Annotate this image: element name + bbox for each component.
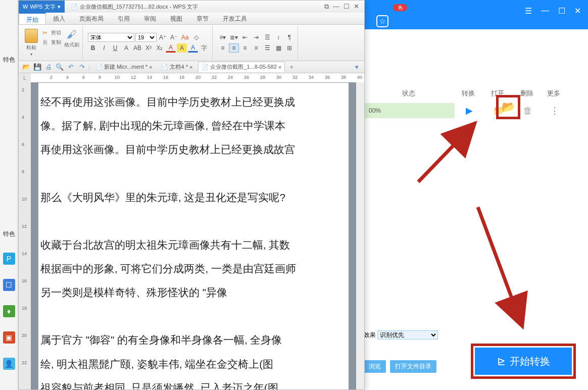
preview-button[interactable]: 浏览 xyxy=(364,360,386,373)
qa-print-icon[interactable]: 🖨 xyxy=(44,63,53,72)
left-sidebar: 特色 特色 P ☐ ♦ ▣ 👤 xyxy=(0,0,18,390)
tab-chapter[interactable]: 章节 xyxy=(189,13,216,24)
paragraph-group: ≡▾ ≣▾ ⇤ ⇥ ☰ ↕ ¶ ≡ ≡ ≡ ≡ ☰ ▦ ⊞ xyxy=(215,26,298,60)
change-case-button[interactable]: Aa xyxy=(180,33,190,42)
format-painter-button[interactable]: 🖌格式刷 xyxy=(64,29,79,57)
numbering-button[interactable]: ≣▾ xyxy=(229,33,239,42)
tab-list-icon[interactable]: ▾ xyxy=(352,63,361,72)
effect-select[interactable]: 识别优先 xyxy=(377,330,438,339)
doc-icon: 📄 xyxy=(95,64,103,70)
folder-open-icon[interactable]: 📂 xyxy=(502,101,515,114)
svg-line-0 xyxy=(418,123,475,182)
new-tab-icon[interactable]: + xyxy=(287,63,296,72)
wps-titlebar: WWPS 文字▾ 📄 企业微信截图_157732751...82.docx - … xyxy=(19,1,364,13)
indent-dec-button[interactable]: ⇤ xyxy=(240,33,250,42)
indent-inc-button[interactable]: ⇥ xyxy=(251,33,261,42)
table-header: 状态 转换 打开 删除 更多 xyxy=(364,86,588,101)
font-group: 宋体 19 A⁺ A⁻ Aa ◇ B I U A AB X² X₂ A A A … xyxy=(85,26,213,60)
strike-button[interactable]: A xyxy=(121,43,131,53)
doc-tab-active[interactable]: 📄企业微信截图_1...8-05-582× xyxy=(198,62,285,72)
bold-button[interactable]: B xyxy=(88,43,98,53)
close-tab-icon[interactable]: × xyxy=(189,64,192,70)
close-icon[interactable]: ✕ xyxy=(574,6,581,16)
ribbon-collapse-icon[interactable]: ⧉ xyxy=(324,3,329,11)
wps-close-icon[interactable]: ✕ xyxy=(354,3,359,11)
tab-insert[interactable]: 插入 xyxy=(46,13,72,24)
tab-dev[interactable]: 开发工具 xyxy=(216,13,254,24)
show-marks-button[interactable]: ¶ xyxy=(284,33,295,42)
document-area[interactable]: 经不再使用这张画像。目前中学历史教材上已经更换成像。据了解, 剧中出现的朱元璋画… xyxy=(31,82,356,389)
bullets-button[interactable]: ≡▾ xyxy=(218,33,228,42)
borders-button[interactable]: ⊞ xyxy=(284,43,295,53)
qa-undo-icon[interactable]: ↶ xyxy=(66,63,75,72)
sort-button[interactable]: ↕ xyxy=(273,33,283,42)
tab-layout[interactable]: 页面布局 xyxy=(72,13,111,24)
sidebar-app-icon-3[interactable]: ♦ xyxy=(3,305,15,317)
qa-preview-icon[interactable]: 🔍 xyxy=(55,63,64,72)
close-tab-icon[interactable]: × xyxy=(149,64,152,70)
align-right-button[interactable]: ≡ xyxy=(240,43,250,53)
ribbon: 粘贴▾ ✂剪切 ⎘复制 🖌格式刷 宋体 19 A⁺ A⁻ Aa ◇ B I U xyxy=(19,25,364,61)
align-center-button[interactable]: ≡ xyxy=(229,43,239,53)
distribute-button[interactable]: ☰ xyxy=(262,43,272,53)
shrink-font-button[interactable]: A⁻ xyxy=(169,33,179,42)
vertical-ruler[interactable]: 246810121416182022 xyxy=(19,82,31,389)
line-spacing-button[interactable]: ☰ xyxy=(262,33,272,42)
sidebar-app-icon-2[interactable]: ☐ xyxy=(3,279,15,291)
italic-button[interactable]: I xyxy=(99,43,109,53)
vertical-scrollbar[interactable] xyxy=(356,82,364,389)
phonetic-button[interactable]: 字 xyxy=(199,43,209,53)
more-icon[interactable]: ⋮ xyxy=(543,105,567,116)
font-color2-button[interactable]: A xyxy=(188,43,198,53)
font-family-select[interactable]: 宋体 xyxy=(88,33,134,42)
quick-access-bar: 📂 💾 🖨 🔍 ↶ ↷ | 📄新建 Micr...ment *× 📄文档4 *×… xyxy=(19,61,364,73)
superscript-button[interactable]: X² xyxy=(143,43,154,53)
underline-button[interactable]: U xyxy=(110,43,120,53)
svg-line-1 xyxy=(478,207,522,326)
effect-select-group: 效果 识别优先 xyxy=(364,330,438,339)
font-color-button[interactable]: A xyxy=(166,43,176,53)
clear-format-button[interactable]: ◇ xyxy=(191,33,201,42)
page-content[interactable]: 经不再使用这张画像。目前中学历史教材上已经更换成像。据了解, 剧中出现的朱元璋画… xyxy=(38,82,349,389)
play-icon[interactable]: ▶ xyxy=(455,105,484,116)
highlight-button[interactable]: AB xyxy=(132,43,142,53)
tab-start[interactable]: 开始 xyxy=(19,13,46,24)
favorite-icon[interactable]: ☆ xyxy=(376,15,388,27)
wps-maximize-icon[interactable]: ☐ xyxy=(344,3,350,11)
align-left-button[interactable]: ≡ xyxy=(218,43,228,53)
subscript-button[interactable]: X₂ xyxy=(155,43,165,53)
doc-tab-1[interactable]: 📄新建 Micr...ment *× xyxy=(92,62,156,72)
grow-font-button[interactable]: A⁺ xyxy=(158,33,168,42)
sidebar-label-1: 特色 xyxy=(3,56,15,64)
start-convert-button[interactable]: ⊵ 开始转换 xyxy=(475,348,572,375)
maximize-icon[interactable]: ☐ xyxy=(558,6,565,16)
wps-window: WWPS 文字▾ 📄 企业微信截图_157732751...82.docx - … xyxy=(18,0,365,390)
cut-icon[interactable]: ✂ xyxy=(41,29,49,37)
annotation-arrow-2 xyxy=(463,202,538,333)
qa-open-icon[interactable]: 📂 xyxy=(22,63,31,72)
font-size-select[interactable]: 19 xyxy=(135,33,157,42)
sidebar-app-icon-1[interactable]: P xyxy=(3,253,15,265)
qa-redo-icon[interactable]: ↷ xyxy=(77,63,86,72)
copy-icon[interactable]: ⎘ xyxy=(41,38,49,46)
folder-highlight-box: 📂 xyxy=(496,95,520,119)
tab-review[interactable]: 审阅 xyxy=(137,13,163,24)
wps-minimize-icon[interactable]: — xyxy=(333,3,339,11)
feature-convert-dropdown[interactable]: 特色转换 ▾ xyxy=(364,34,396,43)
shading-button[interactable]: ▦ xyxy=(273,43,283,53)
wps-brand[interactable]: WWPS 文字▾ xyxy=(19,1,65,13)
minimize-icon[interactable]: — xyxy=(541,6,549,16)
doc-tab-2[interactable]: 📄文档4 *× xyxy=(158,62,196,72)
sidebar-app-icon-4[interactable]: ▣ xyxy=(3,331,15,344)
tab-reference[interactable]: 引用 xyxy=(111,13,137,24)
close-tab-icon[interactable]: × xyxy=(278,64,281,70)
align-justify-button[interactable]: ≡ xyxy=(251,43,261,53)
tab-view[interactable]: 视图 xyxy=(163,13,189,24)
paste-button[interactable]: 粘贴▾ xyxy=(25,29,38,57)
sidebar-app-icon-5[interactable]: 👤 xyxy=(3,358,15,370)
annotation-arrow-1 xyxy=(413,116,484,187)
open-dir-button[interactable]: 打开文件目录 xyxy=(390,360,436,373)
qa-save-icon[interactable]: 💾 xyxy=(33,63,42,72)
menu-icon[interactable]: ☰ xyxy=(525,6,532,16)
text-bg-button[interactable]: A xyxy=(177,43,187,53)
